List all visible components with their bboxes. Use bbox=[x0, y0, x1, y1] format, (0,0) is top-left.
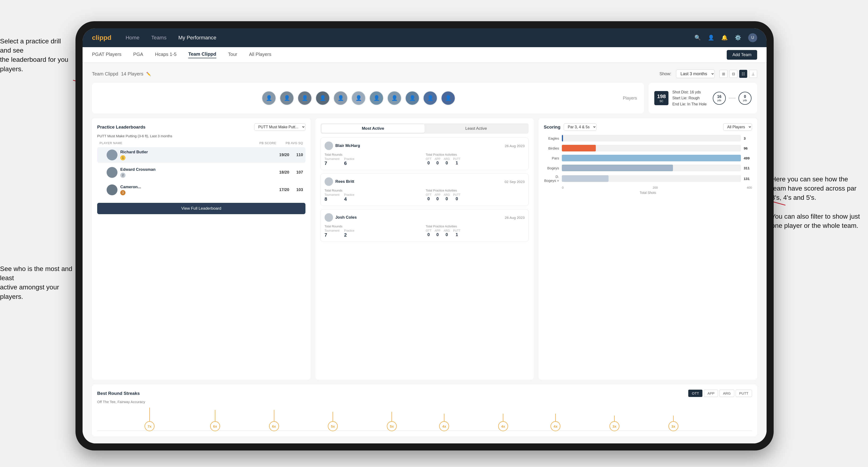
chart-x-labels: 0 200 400 bbox=[544, 186, 752, 189]
pac-avatar-1 bbox=[324, 142, 333, 150]
chart-row-birdies: Birdies 96 bbox=[544, 145, 752, 151]
subnav: PGAT Players PGA Hcaps 1-5 Team Clippd T… bbox=[83, 47, 767, 63]
activity-panel: Most Active Least Active Blair McHarg 26… bbox=[315, 118, 534, 380]
pac-header-2: Rees Britt 02 Sep 2023 bbox=[324, 177, 525, 186]
pac-ott-val-1: 0 bbox=[426, 161, 431, 165]
pac-tournament-group-3: Tournament 7 bbox=[324, 229, 339, 238]
leaderboard-row[interactable]: Richard Butler 1 19/20 110 bbox=[97, 147, 305, 163]
add-team-button[interactable]: Add Team bbox=[727, 50, 757, 60]
chart-value-birdies: 96 bbox=[744, 146, 752, 150]
timeline-dot-1: 7x bbox=[145, 421, 154, 431]
shot-number: 198 bbox=[657, 93, 666, 99]
pac-total-rounds-2: Total Rounds Tournament 8 Practice 4 bbox=[324, 189, 423, 202]
leaderboard-row[interactable]: Edward Crossman 2 18/20 107 bbox=[97, 165, 305, 180]
show-select[interactable]: Last 3 months bbox=[676, 69, 715, 78]
circle1-value: 16 bbox=[717, 95, 721, 99]
players-shot-row: 👤 👤 👤 👤 👤 👤 👤 👤 👤 👤 👤 Players bbox=[92, 83, 757, 114]
annotation-right-bottom-text: You can also filter to show just one pla… bbox=[771, 212, 861, 230]
pac-name-3: Josh Coles bbox=[335, 215, 357, 220]
lb-avg-1: 110 bbox=[296, 153, 303, 157]
filter-arg-button[interactable]: ARG bbox=[719, 390, 734, 397]
bottom-filter-btns: OTT APP ARG PUTT bbox=[688, 390, 752, 397]
timeline-line-8 bbox=[555, 414, 556, 421]
annotation-top-left: Select a practice drill and seethe leade… bbox=[0, 36, 73, 73]
least-active-tab[interactable]: Least Active bbox=[425, 124, 528, 133]
pac-app-val-1: 0 bbox=[435, 161, 440, 165]
lb-score-1: 19/20 bbox=[279, 153, 289, 157]
timeline-chart: 7x 6x 6x 5x bbox=[97, 407, 752, 435]
scoring-player-filter[interactable]: All Players bbox=[723, 123, 752, 131]
card-view-icon[interactable]: ☷ bbox=[739, 70, 747, 78]
table-view-icon[interactable]: ⊥ bbox=[749, 70, 757, 78]
pac-arg-val-2: 0 bbox=[444, 196, 450, 201]
pac-practice-group-2: Practice 4 bbox=[344, 193, 354, 202]
pac-practice-label-3: Total Practice Activities bbox=[426, 224, 525, 228]
subnav-pga[interactable]: PGA bbox=[133, 52, 143, 58]
pac-putt-2: PUTT 0 bbox=[453, 193, 460, 201]
player-avatar-1[interactable]: 👤 bbox=[262, 91, 276, 105]
player-avatar-11[interactable]: 👤 bbox=[441, 91, 455, 105]
filter-ott-button[interactable]: OTT bbox=[688, 390, 703, 397]
settings-icon[interactable]: ⚙️ bbox=[735, 35, 741, 41]
circle2-value: 0 bbox=[744, 95, 746, 99]
avatar[interactable]: U bbox=[748, 33, 757, 42]
timeline-dot-9: 3x bbox=[610, 421, 619, 431]
player-avatar-9[interactable]: 👤 bbox=[405, 91, 420, 105]
scoring-chart: Eagles 3 Birdies 96 bbox=[544, 135, 752, 195]
most-active-tab[interactable]: Most Active bbox=[321, 124, 425, 133]
nav-item-teams[interactable]: Teams bbox=[151, 35, 166, 41]
col-pb-avg: PB AVG SQ bbox=[286, 141, 303, 145]
leaderboard-row[interactable]: Cameron... 3 17/20 103 bbox=[97, 182, 305, 198]
player-avatar-3[interactable]: 👤 bbox=[298, 91, 312, 105]
pac-header-3: Josh Coles 26 Aug 2023 bbox=[324, 213, 525, 222]
filter-putt-button[interactable]: PUTT bbox=[736, 390, 752, 397]
players-label: Players bbox=[623, 96, 637, 101]
subnav-team-clippd[interactable]: Team Clippd bbox=[188, 52, 216, 58]
timeline-dot-3: 6x bbox=[269, 421, 279, 431]
chart-label-pars: Pars bbox=[544, 156, 559, 160]
pac-practice-label-2: Total Practice Activities bbox=[426, 189, 525, 192]
timeline-line-9 bbox=[614, 415, 615, 421]
annotation-right-top-text: Here you can see how the team have score… bbox=[771, 175, 861, 203]
edit-icon[interactable]: ✏️ bbox=[146, 72, 151, 76]
search-icon[interactable]: 🔍 bbox=[694, 35, 701, 41]
pac-rounds-values-1: Tournament 7 Practice 6 bbox=[324, 157, 423, 166]
lb-name-1: Richard Butler bbox=[120, 150, 279, 154]
player-avatar-8[interactable]: 👤 bbox=[387, 91, 401, 105]
timeline-node-6: 4x bbox=[439, 414, 449, 431]
shot-label: SC bbox=[659, 99, 663, 103]
view-full-leaderboard-button[interactable]: View Full Leaderboard bbox=[97, 203, 305, 214]
nav-item-home[interactable]: Home bbox=[125, 35, 140, 41]
list-view-icon[interactable]: ⊟ bbox=[729, 70, 737, 78]
filter-app-button[interactable]: APP bbox=[704, 390, 718, 397]
subnav-hcaps[interactable]: Hcaps 1-5 bbox=[155, 52, 177, 58]
player-avatar-6[interactable]: 👤 bbox=[351, 91, 366, 105]
view-icons: ⊞ ⊟ ☷ ⊥ bbox=[719, 70, 757, 78]
pac-ott-val-3: 0 bbox=[426, 232, 431, 237]
col-pb-score: PB SCORE bbox=[259, 141, 276, 145]
scoring-par-filter[interactable]: Par 3, 4 & 5s bbox=[564, 123, 596, 131]
player-avatar-2[interactable]: 👤 bbox=[280, 91, 294, 105]
subnav-all-players[interactable]: All Players bbox=[249, 52, 271, 58]
lb-avatar-2 bbox=[106, 167, 118, 178]
pac-practice-3: 2 bbox=[344, 232, 354, 238]
subnav-pgat[interactable]: PGAT Players bbox=[92, 52, 121, 58]
grid-view-icon[interactable]: ⊞ bbox=[719, 70, 727, 78]
drill-select[interactable]: PUTT Must Make Putt... bbox=[254, 123, 305, 131]
nav-items: Home Teams My Performance bbox=[125, 35, 694, 41]
pac-rounds-label-2: Total Rounds bbox=[324, 189, 423, 192]
player-avatar-7[interactable]: 👤 bbox=[369, 91, 383, 105]
subnav-tour[interactable]: Tour bbox=[228, 52, 237, 58]
player-avatar-5[interactable]: 👤 bbox=[334, 91, 348, 105]
lb-badge-gold: 1 bbox=[120, 155, 125, 160]
player-avatar-4[interactable]: 👤 bbox=[316, 91, 330, 105]
pac-app-3: APP 0 bbox=[435, 229, 440, 237]
user-icon[interactable]: 👤 bbox=[708, 35, 714, 41]
timeline-dot-10: 3x bbox=[669, 421, 678, 431]
chart-bar-container-dbogeys bbox=[562, 175, 741, 182]
lb-info-1: Richard Butler 1 bbox=[120, 150, 279, 160]
pac-practice-group-1: Practice 6 bbox=[344, 157, 354, 166]
bell-icon[interactable]: 🔔 bbox=[721, 35, 728, 41]
player-avatar-10[interactable]: 👤 bbox=[423, 91, 437, 105]
nav-item-my-performance[interactable]: My Performance bbox=[178, 35, 216, 41]
